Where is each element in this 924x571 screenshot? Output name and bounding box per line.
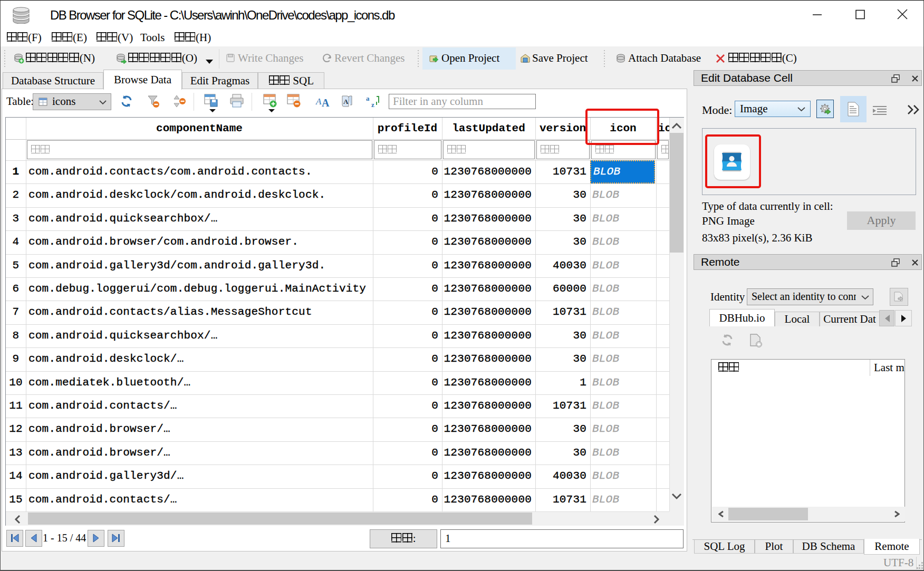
svg-text:A: A [322,97,330,109]
svg-text:A: A [315,96,322,107]
svg-text:A: A [343,98,349,105]
svg-text:a: a [366,94,370,102]
svg-text:z: z [371,101,374,108]
